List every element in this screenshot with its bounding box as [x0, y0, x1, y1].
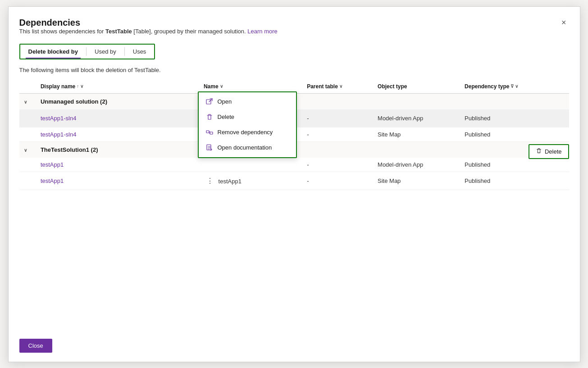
row1-expand [19, 109, 36, 127]
context-menu: Open Delete Remove dependency [198, 91, 297, 158]
sort-asc-icon: ↑ [77, 84, 79, 89]
svg-rect-2 [210, 132, 213, 134]
sort-dep-icon: ∨ [515, 84, 518, 89]
learn-more-link[interactable]: Learn more [247, 28, 277, 35]
svg-rect-0 [206, 100, 211, 104]
subtitle-table: TestTable [105, 28, 132, 35]
row4-display-name: testApp1 [36, 172, 199, 190]
context-menu-item-delete[interactable]: Delete [199, 109, 296, 125]
sort-desc-icon: ∨ [80, 84, 83, 89]
row3-object-type: Model-driven App [373, 158, 460, 172]
delete-button[interactable]: Delete [529, 144, 569, 159]
tab-used-by[interactable]: Used by [87, 45, 124, 59]
group-label-test-solution: TheTestSolution1 (2) [36, 141, 569, 158]
row4-object-type: Site Map [373, 172, 460, 190]
th-object-type: Object type [373, 80, 460, 94]
remove-dep-label: Remove dependency [218, 129, 273, 136]
row2-display-name: testApp1-sln4 [36, 127, 199, 141]
open-label: Open [218, 98, 232, 105]
row4-display-link[interactable]: testApp1 [41, 177, 64, 184]
row3-dep-type: Published [460, 158, 569, 172]
close-dialog-button[interactable]: × [559, 18, 569, 27]
row3-parent: - [302, 158, 373, 172]
th-expand [19, 80, 36, 94]
th-display-name: Display name ↑ ∨ [36, 80, 199, 94]
delete-btn-icon [536, 148, 542, 155]
row2-expand [19, 127, 36, 141]
row4-more-cell: ⋮ testApp1 [199, 172, 302, 190]
group-expand-unmanaged[interactable]: ∨ [19, 93, 36, 109]
row2-object-type: Site Map [373, 127, 460, 141]
row4-dep-type: Published [460, 172, 569, 190]
row3-display-name: testApp1 [36, 158, 199, 172]
context-menu-item-remove-dep[interactable]: Remove dependency [199, 125, 296, 140]
block-message: The following items will block the delet… [19, 67, 569, 73]
row3-display-link[interactable]: testApp1 [41, 161, 64, 168]
dialog-header: Dependencies This list shows dependencie… [19, 18, 569, 41]
svg-rect-1 [206, 131, 209, 133]
chevron-down-icon-2: ∨ [24, 148, 27, 153]
tab-delete-blocked-by[interactable]: Delete blocked by [20, 45, 87, 59]
row3-expand [19, 158, 36, 172]
subtitle-suffix: [Table], grouped by their managed soluti… [132, 28, 246, 35]
open-doc-label: Open documentation [218, 144, 272, 151]
row1-parent: - [302, 109, 373, 127]
close-footer-button[interactable]: Close [19, 339, 52, 353]
open-icon [206, 98, 213, 105]
tab-uses[interactable]: Uses [125, 45, 155, 59]
row1-display-link[interactable]: testApp1-sln4 [41, 115, 77, 122]
sort-parent[interactable]: Parent table ∨ [307, 83, 342, 90]
row4-name: testApp1 [219, 178, 242, 185]
th-parent-table: Parent table ∨ [302, 80, 373, 94]
remove-dep-icon [206, 129, 213, 136]
dialog-title: Dependencies [19, 18, 278, 28]
row2-display-link[interactable]: testApp1-sln4 [41, 131, 77, 138]
row1-dep-type: Published [460, 109, 569, 127]
delete-menu-icon [206, 114, 213, 121]
row2-parent: - [302, 127, 373, 141]
context-menu-item-open-doc[interactable]: Open documentation [199, 140, 296, 155]
table-row: testApp1 ⋮ testApp1 - Site Map Published [19, 172, 569, 190]
subtitle-prefix: This list shows dependencies for [19, 28, 105, 35]
row1-object-type: Model-driven App [373, 109, 460, 127]
chevron-down-icon: ∨ [24, 100, 27, 104]
row3-name [199, 158, 302, 172]
dialog-footer: Close [19, 332, 569, 362]
dialog-subtitle: This list shows dependencies for TestTab… [19, 28, 278, 35]
th-dependency-type: Dependency type ⊽ ∨ [460, 80, 569, 94]
dependencies-dialog: Dependencies This list shows dependencie… [8, 6, 580, 362]
row4-more-button[interactable]: ⋮ [204, 176, 217, 186]
row1-display-name: testApp1-sln4 [36, 109, 199, 127]
sort-dep-type[interactable]: Dependency type ⊽ ∨ [465, 83, 518, 90]
delete-label: Delete [218, 114, 235, 120]
tabs-container: Delete blocked by Used by Uses [19, 44, 155, 59]
table-row: testApp1 - Model-driven App Published [19, 158, 569, 172]
row4-parent: - [302, 172, 373, 190]
context-menu-item-open[interactable]: Open [199, 94, 296, 109]
filter-dep-icon: ⊽ [511, 84, 514, 89]
delete-btn-label: Delete [545, 148, 562, 155]
group-expand-test-solution[interactable]: ∨ [19, 141, 36, 158]
group-label-unmanaged: Unmanaged solution (2) [36, 93, 569, 109]
doc-icon [206, 144, 213, 151]
row4-expand [19, 172, 36, 190]
sort-parent-icon: ∨ [339, 84, 342, 89]
row2-dep-type: Published [460, 127, 569, 141]
sort-name[interactable]: Name ∨ [204, 83, 223, 90]
sort-display-name[interactable]: Display name ↑ ∨ [41, 83, 83, 90]
sort-name-icon: ∨ [220, 84, 223, 89]
